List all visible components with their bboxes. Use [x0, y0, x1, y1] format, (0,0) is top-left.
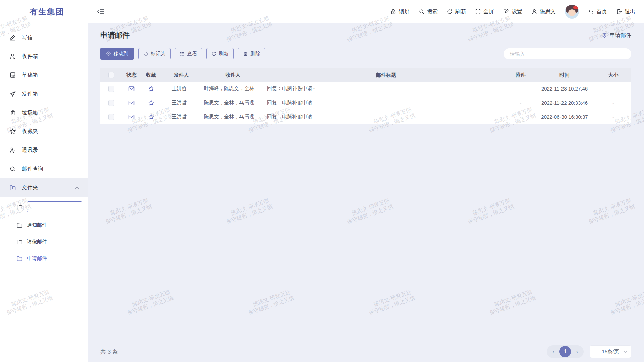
- star-icon: [9, 128, 16, 135]
- breadcrumb-label: 申请邮件: [610, 32, 631, 39]
- size-cell: -: [595, 86, 631, 92]
- table-row[interactable]: 王洪哲 陈思文，全林，马雪瑶 回复：电脑补贴申请·· - 2022-06-30 …: [100, 110, 631, 124]
- recipients-cell: 陈思文，全林，马雪瑶: [202, 100, 265, 106]
- trash-icon: [243, 51, 248, 56]
- table-row[interactable]: 王洪哲 陈思文，全林，马雪瑶 回复：电脑补贴申请·· - 2022-11-22 …: [100, 96, 631, 110]
- prev-page-button[interactable]: ‹: [549, 347, 558, 356]
- mail-status-icon: [122, 85, 141, 92]
- topbar-label: 全屏: [483, 8, 494, 15]
- topbar-label: 设置: [512, 8, 522, 15]
- topbar: 锁屏 搜索 刷新 全屏 设置 陈思文 首页: [88, 0, 644, 23]
- search-button[interactable]: 搜索: [419, 8, 438, 15]
- row-checkbox[interactable]: [108, 86, 114, 92]
- mark-as-button[interactable]: 标记为: [138, 48, 171, 59]
- sidebar-item-trash[interactable]: 垃圾箱: [0, 103, 88, 122]
- title-row: 申请邮件 申请邮件: [100, 30, 631, 40]
- table-header: 状态 收藏 发件人 收件人 邮件标题 附件 时间 大小: [100, 68, 631, 82]
- favorite-star-icon[interactable]: [141, 100, 161, 106]
- current-user-button[interactable]: 陈思文: [531, 8, 556, 15]
- home-button[interactable]: 首页: [588, 8, 607, 15]
- subject-cell: 回复：电脑补贴申请··: [265, 100, 507, 106]
- row-checkbox[interactable]: [108, 114, 114, 120]
- time-cell: 2022-11-28 10:27:46: [534, 86, 595, 92]
- sidebar-item-label: 邮件查询: [22, 166, 43, 173]
- settings-button[interactable]: 设置: [503, 8, 522, 15]
- button-label: 查看: [187, 51, 197, 57]
- column-header: 状态: [122, 72, 141, 78]
- column-header: 附件: [507, 72, 534, 78]
- page-size-select[interactable]: 15条/页: [590, 345, 631, 358]
- sidebar-item-folders[interactable]: 文件夹: [0, 178, 88, 197]
- draft-document-icon: [9, 71, 16, 79]
- size-cell: -: [595, 100, 631, 106]
- new-folder-row: [0, 197, 88, 217]
- mail-status-icon: [122, 100, 141, 106]
- size-cell: -: [595, 114, 631, 120]
- sidebar: 有生集团 写信 收件箱 草稿箱 发件箱: [0, 0, 88, 362]
- topbar-label: 首页: [596, 8, 607, 15]
- page-title: 申请邮件: [100, 30, 130, 40]
- mail-table: 状态 收藏 发件人 收件人 邮件标题 附件 时间 大小 王洪哲 叶海峰，陈思文，…: [100, 68, 631, 124]
- time-cell: 2022-11-22 20:33:46: [534, 100, 595, 106]
- page-number-button[interactable]: 1: [559, 346, 571, 357]
- delete-button[interactable]: 删除: [238, 48, 265, 59]
- total-count: 共 3 条: [100, 348, 118, 356]
- sidebar-folder-leave[interactable]: 请假邮件: [0, 233, 88, 250]
- sidebar-item-compose[interactable]: 写信: [0, 28, 88, 47]
- refresh-icon: [211, 51, 216, 56]
- sidebar-item-drafts[interactable]: 草稿箱: [0, 66, 88, 84]
- select-all-checkbox[interactable]: [108, 72, 114, 78]
- fullscreen-icon: [475, 9, 481, 15]
- pencil-icon: [9, 34, 16, 41]
- search-icon: [9, 165, 16, 173]
- favorite-star-icon[interactable]: [141, 85, 161, 92]
- view-button[interactable]: 查看: [175, 48, 202, 59]
- paper-plane-icon: [9, 90, 16, 98]
- collapse-sidebar-icon[interactable]: [97, 7, 106, 16]
- next-page-button[interactable]: ›: [572, 347, 582, 356]
- table-row[interactable]: 王洪哲 叶海峰，陈思文，全林 回复：电脑补贴申请·· - 2022-11-28 …: [100, 82, 631, 96]
- topbar-label: 搜索: [427, 8, 438, 15]
- app-logo: 有生集团: [0, 0, 88, 23]
- search-input[interactable]: [504, 48, 631, 59]
- refresh-icon: [447, 9, 453, 15]
- sidebar-item-contacts[interactable]: 通讯录: [0, 141, 88, 160]
- lock-screen-button[interactable]: 锁屏: [390, 8, 410, 15]
- contacts-icon: [9, 146, 16, 154]
- sidebar-item-inbox[interactable]: 收件箱: [0, 47, 88, 66]
- tag-icon: [143, 51, 148, 56]
- sidebar-item-favorites[interactable]: 收藏夹: [0, 122, 88, 141]
- page-size-value: 15条/页: [602, 349, 619, 355]
- pager: ‹ 1 ›: [547, 345, 584, 358]
- sidebar-folder-apply[interactable]: 申请邮件: [0, 250, 88, 267]
- logout-icon: [616, 9, 622, 15]
- move-to-button[interactable]: 移动到: [100, 48, 134, 60]
- time-cell: 2022-06-30 16:30:37: [534, 114, 595, 120]
- back-arrow-icon: [588, 9, 594, 15]
- recipients-cell: 陈思文，全林，马雪瑶: [202, 114, 265, 120]
- sidebar-item-label: 垃圾箱: [22, 109, 38, 116]
- refresh-button[interactable]: 刷新: [447, 8, 466, 15]
- avatar-bow: [573, 5, 578, 9]
- sidebar-item-sent[interactable]: 发件箱: [0, 84, 88, 103]
- sidebar-folder-notice[interactable]: 通知邮件: [0, 217, 88, 233]
- sender-cell: 王洪哲: [161, 100, 202, 106]
- refresh-list-button[interactable]: 刷新: [206, 48, 234, 59]
- fullscreen-button[interactable]: 全屏: [475, 8, 494, 15]
- sender-cell: 王洪哲: [161, 85, 202, 92]
- move-icon: [106, 51, 111, 56]
- sidebar-item-mail-search[interactable]: 邮件查询: [0, 160, 88, 178]
- button-label: 删除: [250, 51, 260, 57]
- lock-icon: [390, 9, 396, 15]
- avatar[interactable]: [565, 5, 579, 19]
- breadcrumb[interactable]: 申请邮件: [602, 32, 631, 39]
- column-header: 收藏: [141, 72, 161, 78]
- row-checkbox[interactable]: [108, 100, 114, 106]
- logout-button[interactable]: 退出: [616, 8, 635, 15]
- column-header: 发件人: [161, 72, 202, 78]
- folder-icon: [16, 203, 23, 210]
- attachment-cell: -: [507, 86, 534, 92]
- attachment-cell: -: [507, 100, 534, 106]
- favorite-star-icon[interactable]: [141, 114, 161, 120]
- new-folder-input[interactable]: [27, 201, 82, 212]
